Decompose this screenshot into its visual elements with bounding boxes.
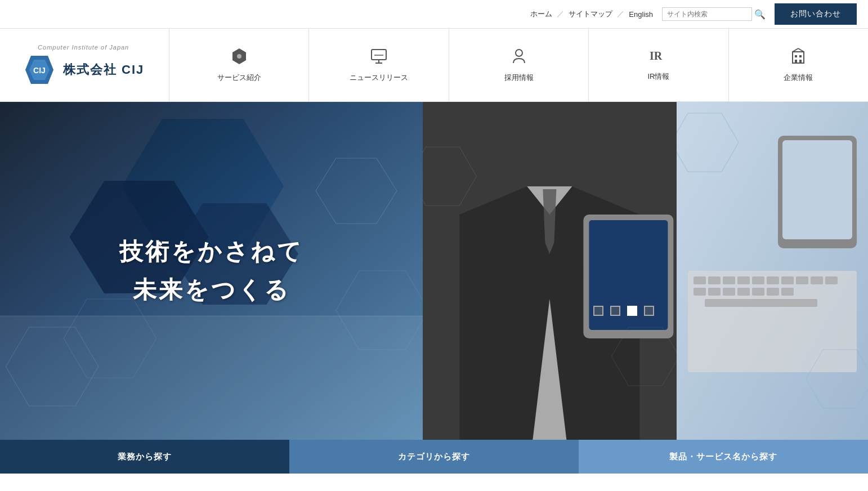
top-bar: ホーム ／ サイトマップ ／ English 🔍 お問い合わせ [0,0,868,29]
svg-rect-47 [708,288,721,296]
slider-control-4[interactable] [644,306,654,316]
svg-rect-55 [782,140,852,239]
svg-rect-44 [811,276,823,284]
nav-item-ir[interactable]: IR IR情報 [588,29,728,101]
hero-line2: 未来をつくる [119,274,303,306]
search-tabs: 業務から探す カテゴリから探す 製品・サービス名から探す [0,440,868,474]
svg-rect-16 [799,60,802,63]
svg-rect-48 [723,288,735,296]
svg-rect-43 [796,276,808,284]
hero-section: 技術をかさねて 未来をつくる [0,102,868,440]
slider-control-3[interactable] [627,306,637,316]
svg-rect-38 [723,276,735,284]
nav-label-company: 企業情報 [784,73,813,83]
svg-rect-27 [0,316,423,440]
header: Computer Institute of Japan CIJ 株式会社 CIJ [0,29,868,102]
tab-business-label: 業務から探す [118,452,172,462]
nav-label-news: ニュースリリース [350,73,408,83]
slider-controls [593,306,654,316]
slider-control-1[interactable] [593,306,603,316]
svg-rect-12 [793,52,804,63]
ir-icon: IR [648,48,669,68]
logo-icon: CIJ [23,53,56,87]
svg-rect-41 [767,276,779,284]
nav-item-recruit[interactable]: 採用情報 [449,29,588,101]
contact-button[interactable]: お問い合わせ [775,3,857,25]
svg-rect-36 [693,276,706,284]
svg-rect-37 [708,276,721,284]
nav-item-services[interactable]: サービス紹介 [169,29,308,101]
svg-rect-45 [825,276,838,284]
main-nav: サービス紹介 ニュースリリース 採用情報 IR IR情報 企業情報 [169,29,868,101]
svg-text:CIJ: CIJ [33,66,46,75]
sitemap-link[interactable]: サイトマップ [569,9,612,19]
home-link[interactable]: ホーム [530,9,552,19]
svg-rect-40 [752,276,764,284]
logo-text: 株式会社 CIJ [63,61,144,78]
svg-rect-35 [688,271,857,372]
svg-rect-39 [737,276,750,284]
tab-business[interactable]: 業務から探す [0,440,289,474]
logo-sub: Computer Institute of Japan [38,44,129,51]
svg-rect-46 [693,288,706,296]
nav-label-services: サービス紹介 [217,73,261,83]
hero-text: 技術をかさねて 未来をつくる [119,236,303,306]
svg-text:IR: IR [650,50,663,62]
svg-rect-14 [799,55,802,57]
monitor-icon [370,47,388,69]
hero-devices-panel [677,102,868,440]
svg-rect-15 [795,60,797,63]
hero-line1: 技術をかさねて [119,236,303,267]
nav-label-recruit: 採用情報 [504,73,534,83]
tab-product-label: 製品・サービス名から探す [669,452,777,462]
svg-rect-52 [781,288,794,296]
slider-control-2[interactable] [610,306,620,316]
search-button[interactable]: 🔍 [754,9,766,20]
tab-category[interactable]: カテゴリから探す [289,440,579,474]
svg-point-10 [516,50,522,56]
search-input[interactable] [662,7,752,21]
tab-category-label: カテゴリから探す [398,452,470,462]
search-area: 🔍 [662,7,766,21]
svg-rect-13 [795,55,797,57]
english-link[interactable]: English [629,10,653,19]
person-icon [510,47,528,69]
hero-left-panel: 技術をかさねて 未来をつくる [0,102,423,440]
sep1: ／ [557,9,564,19]
svg-rect-6 [372,50,386,60]
svg-rect-49 [737,288,750,296]
nav-label-ir: IR情報 [647,72,669,82]
svg-rect-53 [705,299,817,307]
category-section: › 公共分野 › 金融分野 › 製造分野 › 通信分野 › 環境エネルギー分野 … [0,474,868,491]
nav-item-news[interactable]: ニュースリリース [308,29,448,101]
tab-product[interactable]: 製品・サービス名から探す [579,440,868,474]
nav-item-company[interactable]: 企業情報 [728,29,868,101]
building-icon [789,47,807,69]
logo-area: Computer Institute of Japan CIJ 株式会社 CIJ [0,29,169,101]
svg-point-5 [237,54,241,59]
sep2: ／ [617,9,624,19]
hexagon-icon [230,47,248,69]
hero-person-bg [423,102,677,440]
svg-rect-50 [752,288,764,296]
svg-rect-42 [781,276,794,284]
hero-right-panel [423,102,677,440]
svg-rect-51 [767,288,779,296]
top-bar-links: ホーム ／ サイトマップ ／ English [530,9,653,19]
logo[interactable]: Computer Institute of Japan CIJ 株式会社 CIJ [23,44,144,87]
hero-devices-bg [677,102,868,440]
